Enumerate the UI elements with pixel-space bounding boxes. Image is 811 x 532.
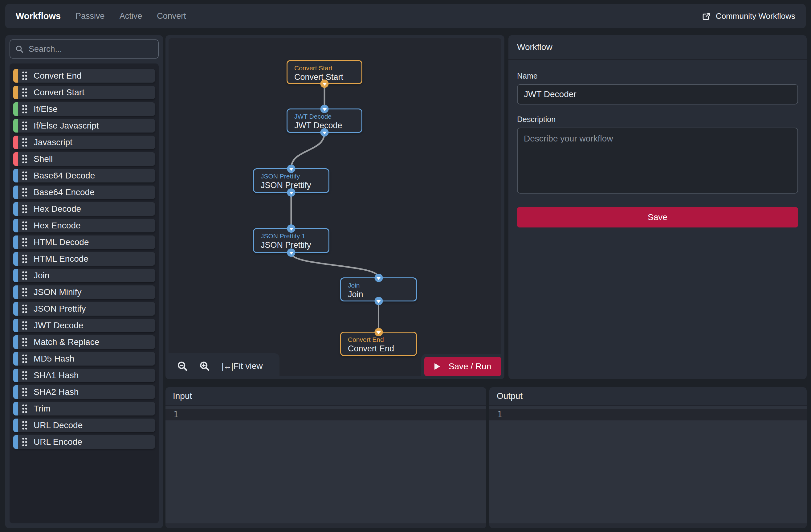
workflow-canvas-panel: Convert StartConvert StartJWT DecodeJWT …	[166, 35, 504, 379]
graph-node-join[interactable]: JoinJoin	[340, 277, 417, 302]
chevron-down-icon	[322, 83, 327, 86]
input-line-number: 1	[173, 410, 179, 419]
zoom-in-button[interactable]	[199, 361, 210, 371]
palette-item-if-else-javascript[interactable]: If/Else Javascript	[13, 119, 155, 133]
palette-item-url-decode[interactable]: URL Decode	[13, 419, 155, 432]
palette-item-label: SHA1 Hash	[34, 370, 79, 380]
palette-item-convert-start[interactable]: Convert Start	[13, 86, 155, 99]
search-input[interactable]	[28, 44, 153, 54]
palette-item-label: Convert Start	[34, 88, 85, 97]
palette-item-color-tab	[13, 319, 18, 332]
drag-handle-icon	[21, 121, 28, 131]
drag-handle-icon	[21, 354, 28, 364]
nav-brand-workflows[interactable]: Workflows	[16, 11, 61, 21]
zoom-in-icon	[199, 361, 210, 371]
palette-item-label: JWT Decode	[34, 321, 83, 331]
palette-item-color-tab	[13, 235, 18, 249]
node-input-handle[interactable]	[320, 105, 329, 113]
node-input-handle[interactable]	[374, 274, 383, 282]
palette-item-convert-end[interactable]: Convert End	[13, 69, 155, 82]
palette-item-color-tab	[13, 352, 18, 366]
drag-handle-icon	[21, 287, 28, 297]
name-label: Name	[517, 72, 798, 80]
palette-item-label: MD5 Hash	[34, 354, 74, 364]
palette-item-label: URL Encode	[34, 437, 82, 447]
output-editor[interactable]: 1	[489, 406, 807, 528]
palette-item-json-prettify[interactable]: JSON Prettify	[13, 302, 155, 316]
community-workflows-link[interactable]: Community Workflows	[702, 11, 795, 21]
palette-item-join[interactable]: Join	[13, 269, 155, 282]
workflow-settings-panel: Workflow Name Description Save	[508, 35, 807, 379]
edges-layer	[169, 38, 501, 376]
palette-item-base64-encode[interactable]: Base64 Encode	[13, 185, 155, 199]
node-output-handle[interactable]	[287, 248, 295, 257]
graph-node-json-prettify[interactable]: JSON PrettifyJSON Prettify	[253, 168, 330, 193]
save-run-label: Save / Run	[449, 362, 491, 371]
graph-node-jwt-decode[interactable]: JWT DecodeJWT Decode	[287, 108, 362, 133]
nav-tab-convert[interactable]: Convert	[157, 11, 186, 21]
workflow-panel-title: Workflow	[508, 35, 807, 60]
input-editor-scrollbar[interactable]	[166, 523, 486, 528]
nav-left: Workflows PassiveActiveConvert	[16, 11, 186, 21]
drag-handle-icon	[21, 271, 28, 280]
palette-item-md5-hash[interactable]: MD5 Hash	[13, 352, 155, 366]
nav-tab-active[interactable]: Active	[120, 11, 142, 21]
palette-item-sha2-hash[interactable]: SHA2 Hash	[13, 385, 155, 399]
input-editor[interactable]: 1	[166, 406, 486, 528]
palette-item-html-decode[interactable]: HTML Decode	[13, 235, 155, 249]
drag-handle-icon	[21, 237, 28, 247]
output-line-number: 1	[497, 410, 502, 419]
chevron-down-icon	[289, 168, 293, 171]
palette-item-match-replace[interactable]: Match & Replace	[13, 335, 155, 349]
drag-handle-icon	[21, 71, 28, 81]
palette-item-color-tab	[13, 402, 18, 415]
nav-tab-passive[interactable]: Passive	[76, 11, 105, 21]
drag-handle-icon	[21, 387, 28, 397]
workflow-description-textarea[interactable]	[517, 127, 798, 194]
node-output-handle[interactable]	[374, 297, 383, 305]
palette-item-color-tab	[13, 335, 18, 349]
node-output-handle[interactable]	[287, 188, 295, 197]
graph-node-convert-start[interactable]: Convert StartConvert Start	[287, 60, 362, 84]
drag-handle-icon	[21, 370, 28, 380]
palette-item-color-tab	[13, 285, 18, 299]
palette-item-shell[interactable]: Shell	[13, 152, 155, 166]
node-palette-list: Convert End Convert Start	[10, 63, 159, 523]
drag-handle-icon	[21, 204, 28, 214]
palette-item-label: JSON Prettify	[34, 304, 86, 314]
palette-item-base64-decode[interactable]: Base64 Decode	[13, 169, 155, 182]
node-output-handle[interactable]	[320, 79, 329, 88]
palette-item-javascript[interactable]: Javascript	[13, 136, 155, 149]
drag-handle-icon	[21, 321, 28, 331]
palette-item-url-encode[interactable]: URL Encode	[13, 435, 155, 449]
palette-item-hex-encode[interactable]: Hex Encode	[13, 219, 155, 232]
palette-item-label: Javascript	[34, 137, 72, 147]
palette-item-trim[interactable]: Trim	[13, 402, 155, 415]
node-input-handle[interactable]	[287, 165, 295, 173]
input-editor-line: 1	[166, 409, 486, 421]
save-button[interactable]: Save	[517, 207, 798, 227]
node-input-handle[interactable]	[374, 328, 383, 336]
nav-tabs: PassiveActiveConvert	[76, 11, 186, 21]
palette-item-label: Shell	[34, 154, 53, 164]
palette-item-hex-decode[interactable]: Hex Decode	[13, 202, 155, 216]
canvas-viewport[interactable]: Convert StartConvert StartJWT DecodeJWT …	[169, 38, 501, 376]
drag-handle-icon	[21, 304, 28, 314]
fit-view-button[interactable]: |↔| Fit view	[221, 361, 262, 371]
input-panel-title: Input	[166, 387, 486, 406]
graph-node-json-prettify-1[interactable]: JSON Prettify 1JSON Prettify	[253, 228, 330, 253]
palette-item-label: If/Else	[34, 104, 58, 114]
save-run-button[interactable]: Save / Run	[424, 357, 501, 376]
fit-view-label: Fit view	[233, 361, 263, 371]
palette-item-jwt-decode[interactable]: JWT Decode	[13, 319, 155, 332]
node-input-handle[interactable]	[287, 224, 295, 233]
palette-item-json-minify[interactable]: JSON Minify	[13, 285, 155, 299]
palette-item-if-else[interactable]: If/Else	[13, 102, 155, 116]
graph-node-convert-end[interactable]: Convert EndConvert End	[340, 332, 417, 356]
palette-item-sha1-hash[interactable]: SHA1 Hash	[13, 369, 155, 382]
output-editor-scrollbar[interactable]	[489, 523, 807, 528]
palette-item-html-encode[interactable]: HTML Encode	[13, 252, 155, 266]
node-output-handle[interactable]	[320, 128, 329, 137]
workflow-name-input[interactable]	[517, 84, 798, 105]
zoom-out-button[interactable]	[177, 361, 188, 371]
